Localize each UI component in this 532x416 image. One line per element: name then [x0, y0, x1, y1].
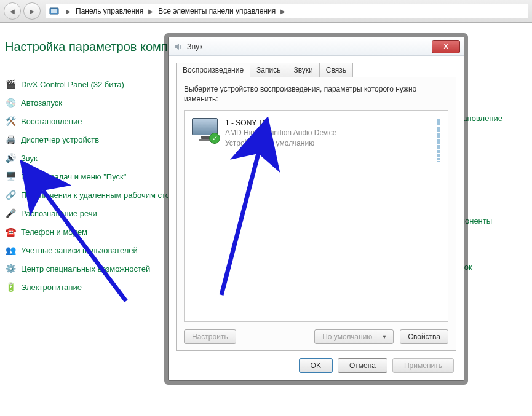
close-button[interactable]: X: [432, 40, 460, 53]
divx-icon: 🎬: [5, 79, 16, 90]
tab-communications[interactable]: Связь: [319, 63, 353, 77]
tab-playback[interactable]: Воспроизведение: [176, 63, 250, 77]
dialog-titlebar[interactable]: Звук X: [169, 37, 464, 56]
breadcrumb[interactable]: ▶ Панель управления ▶ Все элементы панел…: [46, 4, 528, 18]
monitor-icon: ✓: [192, 118, 219, 143]
tab-strip: Воспроизведение Запись Звуки Связь: [176, 63, 456, 77]
control-panel-icon: [49, 6, 60, 17]
dialog-footer: OK Отмена Применить: [176, 351, 456, 374]
nav-back-button[interactable]: ◄: [4, 2, 21, 20]
explorer-toolbar: ◄ ► ▶ Панель управления ▶ Все элементы п…: [0, 0, 532, 23]
ok-button[interactable]: OK: [299, 358, 333, 373]
users-icon: 👥: [5, 245, 16, 256]
chevron-right-icon: ▶: [66, 8, 71, 15]
properties-button[interactable]: Свойства: [400, 329, 448, 344]
chevron-right-icon: ▶: [148, 8, 153, 15]
tab-recording[interactable]: Запись: [250, 63, 287, 77]
tab-pane-playback: Выберите устройство воспроизведения, пар…: [176, 77, 456, 351]
ease-of-access-icon: ⚙️: [5, 263, 16, 274]
dialog-title: Звук: [187, 42, 203, 51]
level-meter-icon: [437, 118, 440, 162]
breadcrumb-item[interactable]: Панель управления: [74, 6, 145, 17]
remote-icon: 🔗: [5, 189, 16, 200]
device-name: 1 - SONY TV: [225, 118, 336, 128]
device-manager-icon: 🖨️: [5, 134, 16, 145]
device-driver: AMD High Definition Audio Device: [225, 128, 336, 138]
configure-button[interactable]: Настроить: [184, 329, 236, 344]
close-icon: X: [443, 42, 448, 51]
speaker-icon: [173, 42, 183, 52]
speech-icon: 🎤: [5, 208, 16, 219]
nav-forward-button[interactable]: ►: [23, 2, 41, 20]
taskbar-icon: 🖥️: [5, 171, 16, 182]
sound-icon: 🔊: [5, 152, 16, 163]
recovery-icon: 🛠️: [5, 116, 16, 127]
device-item[interactable]: ✓ 1 - SONY TV AMD High Definition Audio …: [189, 116, 443, 165]
svg-rect-1: [51, 9, 57, 13]
cancel-button[interactable]: Отмена: [338, 358, 387, 373]
breadcrumb-item[interactable]: Все элементы панели управления: [157, 6, 277, 17]
instruction-text: Выберите устройство воспроизведения, пар…: [184, 85, 448, 104]
tab-sounds[interactable]: Звуки: [287, 63, 319, 77]
chevron-right-icon: ▶: [280, 8, 285, 15]
default-check-icon: ✓: [209, 133, 220, 144]
apply-button[interactable]: Применить: [392, 358, 454, 373]
chevron-down-icon[interactable]: ▼: [376, 332, 391, 341]
device-status: Устройство по умолчанию: [225, 138, 336, 148]
device-list[interactable]: ✓ 1 - SONY TV AMD High Definition Audio …: [184, 110, 448, 322]
power-icon: 🔋: [5, 281, 16, 292]
phone-icon: ☎️: [5, 226, 16, 237]
sound-dialog: Звук X Воспроизведение Запись Звуки Связ…: [168, 37, 464, 381]
autoplay-icon: 💿: [5, 97, 16, 108]
set-default-button[interactable]: По умолчанию ▼: [314, 329, 394, 344]
